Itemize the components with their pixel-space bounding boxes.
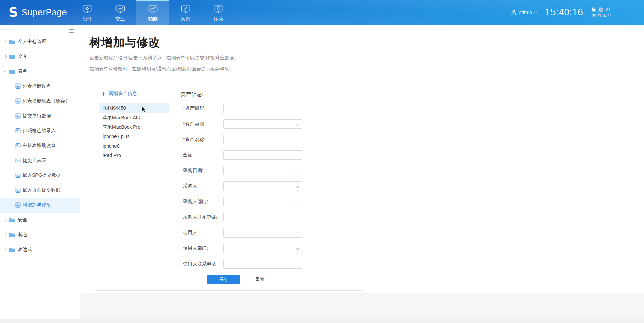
form-page-icon [15,158,21,163]
item-label: 树增加与修改 [23,202,51,208]
form-title: 资产信息: [180,91,363,98]
logo-icon: S [9,6,18,19]
amount-input[interactable] [223,150,302,160]
nav-item-cases[interactable]: 案例 [169,0,202,25]
nav-item-features[interactable]: 功能 [136,0,169,25]
user-phone-input[interactable] [223,259,302,269]
tree-item-macbook-pro[interactable]: 苹果MacBook Pro [99,122,169,132]
sidebar-group-security[interactable]: 安全 [0,213,80,227]
description-line: 点击新增资产信息/点击下放树节点，右侧表单可以提交/修改对应数据。 [89,52,644,63]
nav-label: 移动 [214,16,223,22]
item-label: 主从表增删改查 [23,143,56,149]
tree-item-lenovo-k4450[interactable]: 联想K4450 [99,103,169,113]
field-label-text: 采购人部门: [183,199,208,204]
body-row: 个人中心管理 交互 表单 列表增删改查 [0,25,644,319]
sidebar-item-embed-page-submit[interactable]: 嵌入页面提交数据 [0,183,80,198]
chevron-down-icon [4,69,7,73]
sidebar-group-expression[interactable]: 表达式 [0,242,80,257]
form-row: 采购人: [180,181,363,191]
mobile-monitor-icon [213,5,224,14]
save-button[interactable]: 保存 [207,275,240,284]
field-label: *资产编码: [183,105,223,111]
form-row: 使用人联系电话: [180,259,363,269]
nav-item-mobile[interactable]: 移动 [202,0,235,25]
add-asset-label: 新增资产信息 [109,91,137,97]
nav-label: 功能 [148,16,158,22]
sidebar-item-embed-spg-submit[interactable]: 嵌入SPG提交数据 [0,168,80,183]
brand-logo[interactable]: S SuperPage [0,0,66,25]
interaction-monitor-icon [115,5,125,14]
nav-item-components[interactable]: 组件 [71,0,104,25]
components-monitor-icon [82,5,93,14]
purchaser-phone-input[interactable] [223,213,302,222]
sidebar-group-personal-center[interactable]: 个人中心管理 [0,34,80,49]
chevron-right-icon [4,248,7,251]
sidebar-menu: 个人中心管理 交互 表单 列表增删改查 [0,25,80,257]
asset-name-input[interactable] [223,135,302,144]
required-asterisk: * [183,136,185,142]
form-page-icon [15,143,21,148]
clock-display: 15:40:16 [545,7,583,18]
reset-button[interactable]: 重置 [244,275,276,284]
asset-code-input[interactable] [223,104,302,113]
form-row: 金额: [180,150,363,160]
purchaser-dept-select[interactable] [223,197,302,206]
form-row: 使用人: [180,228,363,238]
form-page-icon [15,188,21,193]
folder-icon [9,247,16,252]
tree-item-iphone8[interactable]: iphone8 [99,141,169,151]
user-select[interactable] [223,228,302,238]
user-menu[interactable]: admin [511,9,536,16]
asset-tree-list: 联想K4450 苹果MacBook AIR 苹果MacBook Pro ipho… [94,103,175,160]
group-label: 表单 [18,68,27,74]
top-header: S SuperPage 组件 交互 功能 案例 移动 [0,0,644,25]
tree-item-iphone7-plus[interactable]: iphone7 plus [99,132,169,141]
sidebar-group-form[interactable]: 表单 [0,64,80,79]
tree-item-ipad-pro[interactable]: iPad Pro [99,151,169,160]
sidebar-item-scanner-entry[interactable]: 扫码枪连续录入 [0,123,80,138]
tree-item-macbook-air[interactable]: 苹果MacBook AIR [99,113,169,122]
header-divider [588,6,588,19]
group-label: 安全 [18,217,27,223]
sidebar-group-interaction[interactable]: 交互 [0,49,80,64]
field-label: *资产类别: [183,121,223,127]
cases-monitor-icon [181,5,191,14]
item-label: 嵌入页面提交数据 [23,187,60,193]
sidebar-item-list-crud[interactable]: 列表增删改查 [0,79,80,94]
asset-category-select[interactable] [223,119,302,129]
main-content: 树增加与修改 点击新增资产信息/点击下放树节点，右侧表单可以提交/修改对应数据。… [80,25,644,319]
purchaser-select[interactable] [223,181,302,191]
purchase-date-select[interactable] [223,166,302,175]
chevron-down-icon [296,184,299,188]
field-label: 采购人部门: [183,199,223,205]
field-label: 使用人联系电话: [183,261,223,267]
sidebar-collapse-icon[interactable] [69,28,74,34]
form-row: *资产名称: [180,135,363,144]
field-label-text: 资产编码: [185,105,205,111]
plus-icon [101,92,106,96]
field-label: 采购人: [183,183,223,189]
sidebar-item-tree-add-modify[interactable]: 树增加与修改 [0,198,80,213]
sidebar-group-others[interactable]: 其它 [0,227,80,242]
field-label: 使用人: [183,230,223,236]
asset-tree-pane: 新增资产信息 联想K4450 苹果MacBook AIR 苹果MacBook P… [94,79,175,290]
nav-item-interaction[interactable]: 交互 [104,0,136,25]
user-dept-select[interactable] [223,244,302,253]
nav-label: 组件 [83,16,92,22]
form-row: *资产编码: [180,104,363,113]
chevron-down-icon [296,169,299,172]
date-display: 星期四 2021/5/27 [592,7,612,18]
sidebar-item-list-crud-draft[interactable]: 列表增删改查（暂存） [0,94,80,108]
user-icon [511,9,517,16]
field-label: 采购日期: [183,168,223,174]
form-page-icon [15,98,21,104]
sidebar-item-submit-single-row[interactable]: 提交单行数据 [0,108,80,123]
add-asset-button[interactable]: 新增资产信息 [94,90,175,97]
form-buttons: 保存 重置 [207,275,363,284]
date-text: 2021/5/27 [592,13,612,18]
form-row: 使用人部门: [180,244,363,253]
sidebar-item-submit-master-detail[interactable]: 提交主从表 [0,153,80,168]
description-line: 右侧表单有修改时，左侧树切换/退出页面/刷新页面会提示放弃修改。 [89,63,644,74]
field-label: 采购人联系电话: [183,214,223,220]
sidebar-item-master-detail-crud[interactable]: 主从表增删改查 [0,138,80,153]
